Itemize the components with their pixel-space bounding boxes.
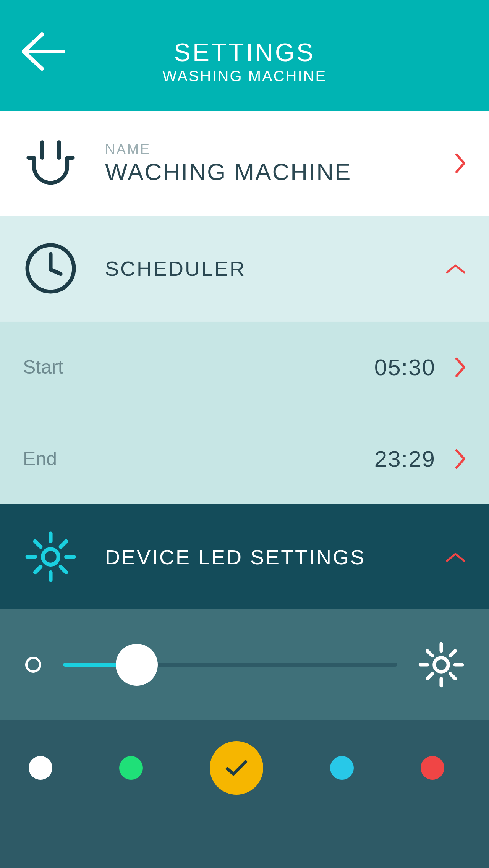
header-bar: SETTINGS WASHING MACHINE — [0, 0, 489, 111]
chevron-up-icon — [445, 263, 466, 274]
scheduler-start-value: 05:30 — [374, 354, 436, 381]
led-section-header[interactable]: DEVICE LED SETTINGS — [0, 504, 489, 609]
svg-line-7 — [61, 567, 66, 573]
scheduler-title: SCHEDULER — [105, 257, 246, 280]
check-icon — [225, 759, 248, 777]
scheduler-start-row[interactable]: Start 05:30 — [0, 321, 489, 413]
chevron-right-icon — [455, 449, 466, 470]
clock-icon — [23, 241, 78, 296]
color-option-0[interactable] — [29, 756, 52, 780]
scheduler-end-row[interactable]: End 23:29 — [0, 413, 489, 504]
page-title: SETTINGS — [174, 38, 315, 67]
chevron-right-icon — [455, 153, 466, 174]
scheduler-start-label: Start — [23, 356, 63, 378]
brightness-slider-row — [0, 609, 489, 720]
bottom-spacer — [0, 816, 489, 868]
page-subtitle: WASHING MACHINE — [162, 68, 327, 85]
name-value: WACHING MACHINE — [105, 158, 351, 185]
svg-point-11 — [434, 658, 448, 672]
brightness-slider[interactable] — [63, 663, 397, 667]
color-option-1[interactable] — [119, 756, 143, 780]
svg-line-6 — [35, 541, 41, 547]
svg-point-10 — [26, 658, 40, 672]
svg-line-17 — [450, 674, 455, 679]
svg-point-1 — [43, 549, 58, 565]
slider-thumb[interactable] — [116, 644, 158, 686]
led-color-picker — [0, 720, 489, 816]
brightness-icon — [23, 529, 78, 585]
scheduler-end-label: End — [23, 448, 57, 470]
name-row[interactable]: NAME WACHING MACHINE — [0, 111, 489, 216]
svg-line-18 — [450, 651, 455, 656]
brightness-low-icon — [23, 654, 44, 675]
scheduler-end-value: 23:29 — [374, 446, 436, 472]
chevron-up-icon — [445, 551, 466, 563]
svg-line-8 — [61, 541, 66, 547]
plug-icon — [23, 136, 78, 191]
chevron-right-icon — [455, 357, 466, 378]
scheduler-section-header[interactable]: SCHEDULER — [0, 216, 489, 321]
name-caption: NAME — [105, 141, 351, 157]
arrow-left-icon — [19, 31, 65, 73]
brightness-high-icon — [416, 640, 466, 690]
svg-line-19 — [427, 674, 432, 679]
color-option-4[interactable] — [421, 756, 444, 780]
color-option-2[interactable] — [210, 741, 263, 795]
color-option-3[interactable] — [330, 756, 354, 780]
svg-line-16 — [427, 651, 432, 656]
back-button[interactable] — [19, 31, 65, 74]
led-title: DEVICE LED SETTINGS — [105, 545, 366, 569]
svg-line-9 — [35, 567, 41, 573]
